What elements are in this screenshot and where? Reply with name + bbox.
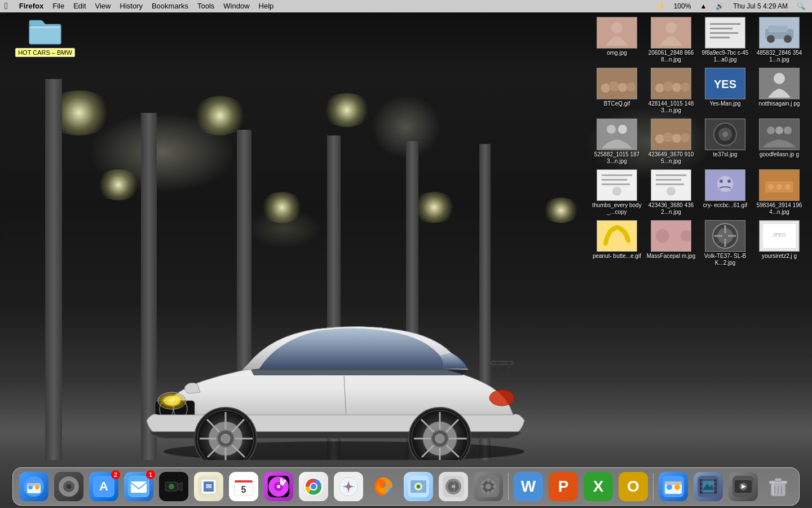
menubar-tools[interactable]: Tools — [193, 0, 219, 12]
desktop-file-3[interactable]: 485832_2846 3541...n.jpg — [754, 17, 804, 63]
menubar-app-name[interactable]: Firefox — [15, 0, 48, 12]
svg-rect-36 — [508, 361, 510, 370]
dock-word[interactable]: W — [512, 470, 545, 503]
dock-iphoto2[interactable] — [692, 470, 725, 503]
file-thumb-1 — [651, 17, 691, 49]
folder-icon-svg — [28, 17, 62, 46]
file-thumb-inner-6: YES — [705, 68, 745, 99]
dock-mail2[interactable]: ✉ — [192, 470, 225, 503]
desktop-file-5[interactable]: 428144_1015 1483...n.jpg — [646, 68, 696, 114]
svg-point-6 — [164, 396, 180, 406]
file-label-9: 423649_3670 9105...n.jpg — [646, 151, 696, 165]
hot-cars-folder[interactable]: HOT CARS – BMW — [23, 17, 68, 57]
svg-rect-45 — [710, 37, 730, 38]
menubar-bookmarks[interactable]: Bookmarks — [147, 0, 193, 12]
dock-facetime[interactable] — [157, 470, 190, 503]
dock-itunes[interactable] — [262, 470, 295, 503]
file-label-17: MassFacepal m.jpg — [647, 253, 696, 260]
menubar-view[interactable]: View — [91, 0, 116, 12]
desktop-file-19[interactable]: JPEGyoursiretz2.j g — [754, 220, 804, 266]
menubar-window[interactable]: Window — [219, 0, 254, 12]
dock-safari-icon — [334, 472, 363, 501]
svg-rect-190 — [714, 485, 716, 487]
dock-facetime-icon — [159, 472, 188, 501]
file-thumb-inner-15 — [760, 170, 799, 200]
desktop-file-2[interactable]: 9f8a9ec9-7bc c-451...a0.jpg — [700, 17, 750, 63]
dock-safari[interactable] — [332, 470, 365, 503]
file-thumb-8 — [597, 119, 637, 150]
desktop-file-1[interactable]: 206061_2848 8668...n.jpg — [646, 17, 696, 63]
dock-finder2[interactable] — [657, 470, 690, 503]
desktop: HOT CARS – BMW omg.jpg206061_2848 8668..… — [0, 0, 812, 508]
file-thumb-inner-4 — [597, 68, 637, 99]
desktop-file-16[interactable]: peanut- butte...e.gif — [592, 220, 642, 266]
svg-point-57 — [655, 84, 664, 93]
file-thumb-11 — [759, 119, 800, 150]
file-label-10: te37sl.jpg — [713, 151, 738, 158]
file-label-15: 598346_3914 1964...n.jpg — [754, 202, 804, 216]
desktop-file-18[interactable]: Volk-TE37- SL-BK...2.jpg — [700, 220, 750, 266]
dock-chrome[interactable] — [297, 470, 330, 503]
svg-point-80 — [784, 126, 792, 134]
menubar-search[interactable]: 🔍 — [795, 2, 807, 10]
desktop-file-8[interactable]: 525882_1015 1873...n.jpg — [592, 119, 642, 165]
desktop-file-0[interactable]: omg.jpg — [592, 17, 642, 63]
dock-finder[interactable] — [17, 470, 50, 503]
file-label-16: peanut- butte...e.gif — [593, 253, 641, 260]
file-thumb-inner-0 — [597, 17, 637, 48]
dock-sysprefs-icon — [474, 472, 503, 501]
file-thumb-7 — [759, 68, 800, 99]
dock-imovie-icon — [729, 472, 758, 501]
desktop-file-17[interactable]: MassFacepal m.jpg — [646, 220, 696, 266]
dock-appstore[interactable]: A 2 — [87, 470, 120, 503]
dock-iphoto[interactable] — [402, 470, 435, 503]
menubar-edit[interactable]: Edit — [69, 0, 90, 12]
dock-dvd[interactable] — [437, 470, 470, 503]
dock-dvd-icon — [439, 472, 468, 501]
dock: A 2 1 — [0, 463, 812, 508]
desktop-file-12[interactable]: thumbs_every body_...copy — [592, 169, 642, 216]
file-thumb-15 — [759, 169, 800, 201]
svg-point-40 — [665, 22, 677, 33]
dock-firefox[interactable] — [367, 470, 400, 503]
dock-launchpad[interactable] — [52, 470, 85, 503]
dock-xapp[interactable]: X — [582, 470, 615, 503]
menubar-volume[interactable]: 🔊 — [713, 2, 726, 10]
menubar-battery: 100% — [672, 2, 694, 10]
svg-point-85 — [612, 187, 621, 196]
file-thumb-inner-7 — [760, 68, 799, 99]
desktop-file-13[interactable]: 423436_3680 4362...n.jpg — [646, 169, 696, 216]
desktop-file-9[interactable]: 423649_3670 9105...n.jpg — [646, 119, 696, 165]
desktop-file-14[interactable]: cry- eccbc...61.gif — [700, 169, 750, 216]
file-thumb-inner-18 — [705, 221, 745, 251]
dock-oapp[interactable]: O — [617, 470, 650, 503]
desktop-file-11[interactable]: goodfellasn.jp g — [754, 119, 804, 165]
menubar-help[interactable]: Help — [254, 0, 279, 12]
file-label-1: 206061_2848 8668...n.jpg — [646, 50, 696, 63]
menubar-history[interactable]: History — [116, 0, 147, 12]
desktop-file-4[interactable]: BTCeQ.gif — [592, 68, 642, 114]
svg-rect-187 — [701, 485, 702, 487]
apple-menu[interactable]:  — [5, 1, 8, 11]
dock-imovie[interactable] — [727, 470, 760, 503]
dock-powerpoint[interactable]: P — [547, 470, 580, 503]
ceiling-light — [259, 192, 304, 223]
file-label-4: BTCeQ.gif — [604, 100, 630, 107]
file-thumb-16 — [597, 220, 637, 252]
file-label-3: 485832_2846 3541...n.jpg — [754, 50, 804, 63]
svg-point-38 — [611, 22, 623, 33]
desktop-file-6[interactable]: YESYes-Man.jpg — [700, 68, 750, 114]
dock-trash[interactable] — [762, 470, 795, 503]
dock-finder-icon — [19, 472, 48, 501]
dock-calendar[interactable]: 5 — [227, 470, 260, 503]
dock-sysprefs[interactable] — [472, 470, 505, 503]
desktop-file-7[interactable]: notthisagain.j pg — [754, 68, 804, 114]
dock-mail[interactable]: 1 — [122, 470, 155, 503]
svg-point-7 — [489, 390, 514, 406]
menubar-file[interactable]: File — [48, 0, 69, 12]
file-thumb-inner-12 — [597, 170, 637, 200]
svg-rect-43 — [710, 28, 732, 29]
desktop-file-10[interactable]: te37sl.jpg — [700, 119, 750, 165]
dock-calendar-icon: 5 — [229, 472, 258, 501]
desktop-file-15[interactable]: 598346_3914 1964...n.jpg — [754, 169, 804, 216]
